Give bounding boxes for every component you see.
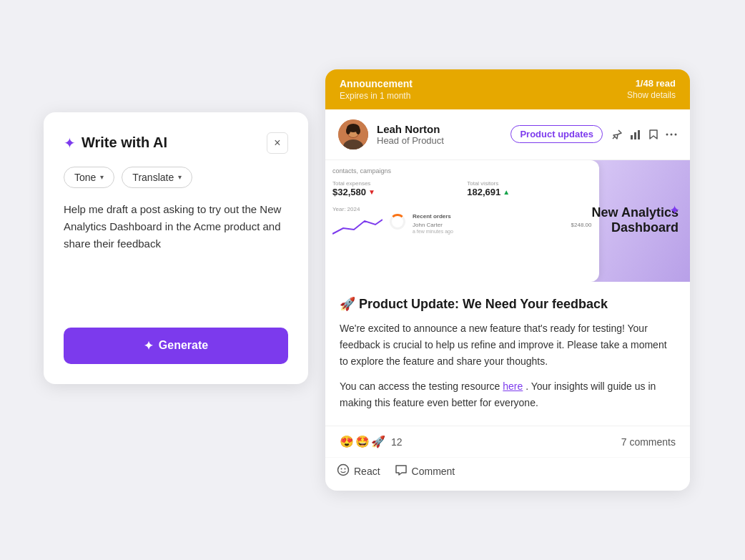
tone-label: Tone bbox=[74, 172, 96, 183]
svg-point-12 bbox=[671, 133, 673, 135]
ai-write-card: ✦ Write with AI × Tone ▾ Translate ▾ Hel… bbox=[44, 112, 308, 384]
svg-point-6 bbox=[356, 127, 360, 134]
announcement-title: Announcement bbox=[340, 78, 413, 89]
ai-card-header: ✦ Write with AI × bbox=[64, 132, 288, 154]
generate-label: Generate bbox=[159, 339, 208, 352]
stat-visitors-value: 182,691 ▲ bbox=[467, 187, 591, 197]
emoji-2: 🤩 bbox=[355, 435, 370, 448]
post-image: contacts, campaigns Total expenses $32,5… bbox=[325, 160, 690, 282]
post-body-1: We're excited to announce a new feature … bbox=[340, 320, 676, 370]
expenses-trend-icon: ▼ bbox=[368, 188, 375, 196]
svg-point-5 bbox=[346, 127, 350, 134]
post-reactions: 😍 🤩 🚀 12 7 comments bbox=[325, 426, 690, 457]
post-card: Announcement Expires in 1 month 1/48 rea… bbox=[325, 69, 690, 491]
pin-button[interactable] bbox=[611, 129, 623, 140]
post-author-name: Leah Norton bbox=[377, 123, 502, 135]
announcement-read-count: 1/48 read bbox=[627, 78, 676, 89]
post-link[interactable]: here bbox=[503, 380, 523, 392]
order-row: John Carter a few minutes ago $248.00 bbox=[413, 222, 592, 235]
announcement-left: Announcement Expires in 1 month bbox=[340, 78, 413, 101]
chart-svg bbox=[332, 214, 383, 235]
react-icon bbox=[337, 463, 350, 479]
more-options-button[interactable] bbox=[666, 133, 677, 136]
new-analytics-title-area: New Analytics Dashboard ✦ bbox=[586, 205, 679, 236]
post-body-2-text: You can access the testing resource bbox=[340, 380, 500, 392]
svg-rect-9 bbox=[634, 132, 636, 139]
new-analytics-text: New Analytics Dashboard bbox=[592, 205, 679, 235]
announcement-expires: Expires in 1 month bbox=[340, 91, 413, 101]
comment-label: Comment bbox=[412, 466, 455, 477]
post-content: 🚀 Product Update: We Need Your feedback … bbox=[325, 282, 690, 420]
avatar bbox=[338, 119, 368, 149]
ai-prompt-text: Help me draft a post asking to try out t… bbox=[64, 201, 288, 315]
post-actions: React Comment bbox=[325, 457, 690, 491]
close-button[interactable]: × bbox=[267, 132, 288, 154]
translate-label: Translate bbox=[132, 172, 174, 183]
svg-point-14 bbox=[338, 465, 349, 476]
svg-point-15 bbox=[341, 468, 342, 470]
announcement-show-details[interactable]: Show details bbox=[627, 90, 676, 100]
dashboard-preview: contacts, campaigns Total expenses $32,5… bbox=[325, 160, 599, 282]
comment-button[interactable]: Comment bbox=[395, 463, 455, 479]
stat-visitors: Total visitors 182,691 ▲ bbox=[467, 180, 591, 197]
scene: ✦ Write with AI × Tone ▾ Translate ▾ Hel… bbox=[44, 69, 701, 491]
bookmark-button[interactable] bbox=[648, 129, 658, 140]
analytics-sparkle-icon: ✦ bbox=[669, 202, 680, 218]
stat-visitors-label: Total visitors bbox=[467, 180, 591, 187]
loading-spinner bbox=[390, 214, 405, 230]
chart-year-label: Year: 2024 bbox=[332, 206, 383, 212]
comment-count: 7 comments bbox=[621, 436, 676, 448]
post-author-role: Head of Product bbox=[377, 135, 502, 146]
visitors-trend-icon: ▲ bbox=[503, 188, 510, 196]
post-header-icons bbox=[611, 129, 677, 140]
emoji-1: 😍 bbox=[340, 435, 354, 448]
order-name: John Carter a few minutes ago bbox=[413, 222, 453, 235]
ai-title-row: ✦ Write with AI bbox=[64, 134, 167, 151]
react-label: React bbox=[354, 466, 380, 477]
tone-arrow-icon: ▾ bbox=[100, 173, 104, 181]
tone-dropdown[interactable]: Tone ▾ bbox=[64, 167, 114, 188]
post-header: Leah Norton Head of Product Product upda… bbox=[325, 109, 690, 160]
ai-card-title: Write with AI bbox=[82, 134, 167, 151]
svg-rect-8 bbox=[631, 135, 633, 139]
recent-orders-label: Recent orders bbox=[413, 213, 592, 220]
stat-expenses-value: $32,580 ▼ bbox=[332, 187, 457, 197]
ai-controls: Tone ▾ Translate ▾ bbox=[64, 167, 288, 188]
comment-icon bbox=[395, 463, 408, 479]
post-title: 🚀 Product Update: We Need Your feedback bbox=[340, 296, 676, 312]
post-author-info: Leah Norton Head of Product bbox=[377, 123, 502, 146]
announcement-right: 1/48 read Show details bbox=[627, 78, 676, 100]
svg-point-13 bbox=[675, 133, 677, 135]
react-button[interactable]: React bbox=[337, 463, 380, 479]
reaction-emojis: 😍 🤩 🚀 bbox=[340, 435, 385, 448]
reaction-group: 😍 🤩 🚀 12 bbox=[340, 435, 403, 448]
svg-rect-10 bbox=[638, 130, 640, 139]
translate-dropdown[interactable]: Translate ▾ bbox=[122, 167, 192, 188]
analytics-button[interactable] bbox=[630, 129, 641, 140]
reaction-count: 12 bbox=[391, 436, 403, 448]
ai-sparkle-icon: ✦ bbox=[64, 136, 76, 150]
stat-expenses: Total expenses $32,580 ▼ bbox=[332, 180, 457, 197]
dashboard-stats-row: Total expenses $32,580 ▼ Total visitors … bbox=[332, 180, 592, 197]
emoji-3: 🚀 bbox=[371, 435, 385, 448]
translate-arrow-icon: ▾ bbox=[178, 173, 182, 181]
svg-point-16 bbox=[345, 468, 346, 470]
svg-line-7 bbox=[613, 137, 615, 139]
generate-button[interactable]: ✦ Generate bbox=[64, 328, 288, 364]
generate-sparkle-icon: ✦ bbox=[144, 339, 153, 353]
svg-point-11 bbox=[666, 133, 668, 135]
post-body-2: You can access the testing resource here… bbox=[340, 378, 676, 411]
dashboard-header-small: contacts, campaigns bbox=[332, 167, 592, 175]
announcement-banner: Announcement Expires in 1 month 1/48 rea… bbox=[325, 69, 690, 109]
stat-expenses-label: Total expenses bbox=[332, 180, 457, 187]
post-tag[interactable]: Product updates bbox=[510, 125, 603, 143]
